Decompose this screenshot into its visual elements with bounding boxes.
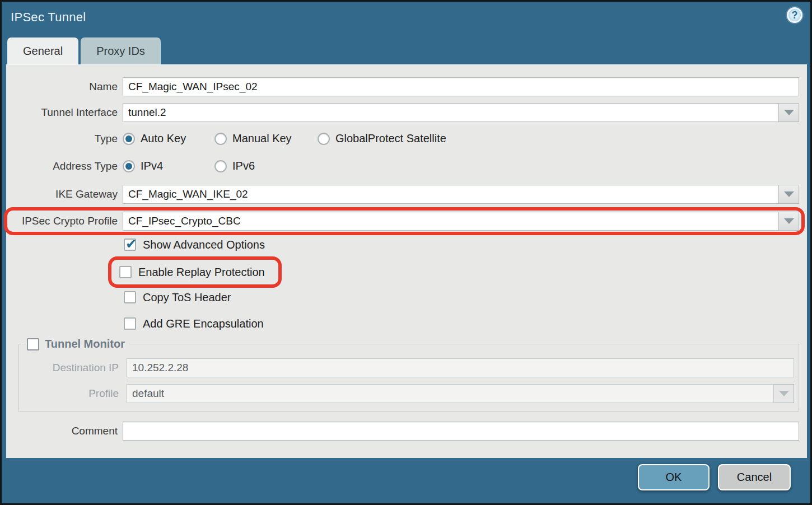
destination-ip-row: Destination IP 10.252.2.28 [24, 358, 794, 377]
ipv6-label: IPv6 [232, 160, 255, 172]
tunnel-monitor-label: Tunnel Monitor [45, 338, 125, 350]
name-row: Name CF_Magic_WAN_IPsec_02 [6, 77, 807, 96]
show-advanced-options-checkbox[interactable] [124, 239, 136, 251]
auto-key-label: Auto Key [141, 132, 186, 145]
ipsec-crypto-profile-highlight: IPSec Crypto Profile CF_IPsec_Crypto_CBC [4, 207, 805, 235]
show-advanced-options-row: Show Advanced Options [124, 237, 807, 252]
ipsec-crypto-profile-row: IPSec Crypto Profile CF_IPsec_Crypto_CBC [8, 212, 799, 231]
auto-key-radio[interactable] [123, 133, 135, 145]
add-gre-encapsulation-row: Add GRE Encapsulation [124, 316, 807, 331]
type-option-manual-key: Manual Key [214, 132, 305, 145]
ok-button[interactable]: OK [638, 464, 710, 490]
ipv4-radio[interactable] [123, 160, 135, 172]
profile-label: Profile [24, 387, 119, 400]
tab-bar: General Proxy IDs [7, 38, 161, 64]
type-row: Type Auto Key Manual Key GlobalProtect S… [6, 132, 807, 145]
globalprotect-satellite-radio[interactable] [318, 133, 330, 145]
address-type-option-ipv6: IPv6 [214, 160, 255, 172]
tab-proxy-ids[interactable]: Proxy IDs [81, 38, 161, 64]
globalprotect-satellite-label: GlobalProtect Satellite [335, 132, 446, 145]
destination-ip-input: 10.252.2.28 [127, 358, 794, 377]
profile-row: Profile default [24, 384, 794, 403]
chevron-down-icon [784, 218, 794, 224]
tunnel-interface-dropdown-button[interactable] [779, 103, 799, 122]
ipsec-crypto-profile-dropdown-button[interactable] [779, 212, 799, 231]
help-icon[interactable]: ? [787, 7, 802, 23]
copy-tos-header-checkbox[interactable] [124, 291, 136, 303]
ike-gateway-row: IKE Gateway CF_Magic_WAN_IKE_02 [6, 185, 807, 204]
name-input[interactable]: CF_Magic_WAN_IPsec_02 [123, 77, 799, 96]
address-type-option-ipv4: IPv4 [123, 160, 201, 172]
ike-gateway-dropdown-button[interactable] [779, 185, 799, 204]
tab-general[interactable]: General [7, 38, 78, 64]
tunnel-monitor-legend: Tunnel Monitor [26, 338, 129, 350]
type-option-globalprotect: GlobalProtect Satellite [318, 132, 446, 145]
comment-input[interactable] [123, 422, 799, 441]
enable-replay-protection-row: Enable Replay Protection [119, 265, 265, 279]
add-gre-encapsulation-label: Add GRE Encapsulation [143, 317, 264, 330]
comment-label: Comment [6, 425, 118, 437]
add-gre-encapsulation-checkbox[interactable] [124, 317, 136, 330]
show-advanced-options-label: Show Advanced Options [143, 239, 265, 251]
dialog-titlebar: IPSec Tunnel ? [2, 2, 810, 36]
copy-tos-header-label: Copy ToS Header [143, 291, 231, 304]
tunnel-interface-row: Tunnel Interface tunnel.2 [6, 103, 807, 122]
type-option-auto-key: Auto Key [123, 132, 201, 145]
manual-key-radio[interactable] [214, 133, 227, 145]
copy-tos-header-row: Copy ToS Header [124, 290, 807, 305]
ipsec-crypto-profile-label: IPSec Crypto Profile [8, 215, 118, 227]
comment-row: Comment [6, 422, 807, 441]
ipv6-radio[interactable] [214, 160, 227, 172]
tunnel-monitor-checkbox[interactable] [27, 338, 39, 350]
tunnel-interface-label: Tunnel Interface [6, 106, 118, 119]
ike-gateway-label: IKE Gateway [6, 188, 118, 200]
ipsec-crypto-profile-select[interactable]: CF_IPsec_Crypto_CBC [123, 212, 779, 231]
chevron-down-icon [784, 110, 794, 115]
address-type-label: Address Type [6, 160, 118, 172]
ipsec-tunnel-dialog: IPSec Tunnel ? General Proxy IDs Name CF… [0, 0, 812, 505]
manual-key-label: Manual Key [232, 132, 292, 145]
name-label: Name [6, 81, 118, 93]
ike-gateway-select[interactable]: CF_Magic_WAN_IKE_02 [123, 185, 779, 204]
profile-dropdown-button [774, 384, 794, 403]
destination-ip-label: Destination IP [24, 362, 119, 374]
chevron-down-icon [779, 391, 789, 396]
enable-replay-protection-checkbox[interactable] [119, 266, 132, 278]
enable-replay-protection-label: Enable Replay Protection [138, 266, 265, 279]
enable-replay-protection-highlight: Enable Replay Protection [108, 256, 282, 288]
address-type-row: Address Type IPv4 IPv6 [6, 160, 807, 172]
ipv4-label: IPv4 [141, 160, 163, 172]
general-tab-panel: Name CF_Magic_WAN_IPsec_02 Tunnel Interf… [6, 64, 807, 458]
type-label: Type [6, 133, 118, 145]
tunnel-interface-select[interactable]: tunnel.2 [123, 103, 779, 122]
profile-select: default [127, 384, 774, 403]
tunnel-monitor-group: Tunnel Monitor Destination IP 10.252.2.2… [18, 338, 799, 412]
cancel-button[interactable]: Cancel [718, 464, 791, 490]
chevron-down-icon [784, 191, 794, 197]
dialog-title: IPSec Tunnel [11, 10, 86, 25]
